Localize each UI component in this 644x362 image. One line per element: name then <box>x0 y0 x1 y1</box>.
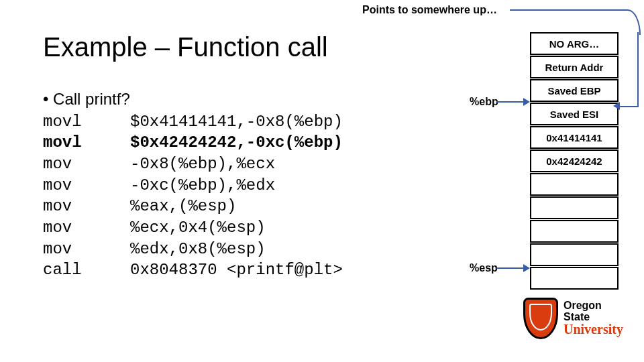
slide-title: Example – Function call <box>43 32 328 62</box>
curved-arrow-icon <box>637 32 639 107</box>
code-line: mov-0x8(%ebp),%ecx <box>43 154 343 175</box>
curved-arrow-icon <box>510 9 641 35</box>
stack-cell: 0x42424242 <box>530 149 619 172</box>
code-line: movl$0x41414141,-0x8(%ebp) <box>43 111 343 133</box>
shield-icon <box>523 298 558 339</box>
code-line: movl$0x42424242,-0xc(%ebp) <box>43 132 343 154</box>
stack-cell <box>530 220 619 243</box>
stack-cell: Saved ESI <box>530 103 619 125</box>
code-line: mov%eax,(%esp) <box>43 196 343 217</box>
bullet-line: • Call printf? <box>43 88 343 110</box>
code-line: mov%edx,0x8(%esp) <box>43 239 343 260</box>
stack-cell: NO ARG… <box>530 32 619 55</box>
stack-cell <box>530 196 619 219</box>
code-line: mov-0xc(%ebp),%edx <box>43 175 343 196</box>
curved-arrow-icon <box>619 106 639 107</box>
stack-cell: 0x41414141 <box>530 126 619 149</box>
stack-cell <box>530 243 619 266</box>
code-line: call0x8048370 <printf@plt> <box>43 259 343 281</box>
code-block: • Call printf? movl$0x41414141,-0x8(%ebp… <box>43 88 343 281</box>
arrow-icon <box>496 267 529 269</box>
logo-text: Oregon State University <box>564 300 624 337</box>
stack-cell: Saved EBP <box>530 79 619 102</box>
stack-cell: Return Addr <box>530 56 619 78</box>
code-line: mov%ecx,0x4(%esp) <box>43 217 343 239</box>
top-caption: Points to somewhere up… <box>362 4 497 16</box>
stack-cell <box>530 267 619 290</box>
arrow-icon <box>496 101 529 103</box>
esp-label: %esp <box>470 262 498 274</box>
stack-cell <box>530 173 619 196</box>
stack-diagram: NO ARG… Return Addr Saved EBP Saved ESI … <box>530 32 619 290</box>
ebp-label: %ebp <box>470 96 498 108</box>
osu-logo: Oregon State University <box>523 288 624 349</box>
